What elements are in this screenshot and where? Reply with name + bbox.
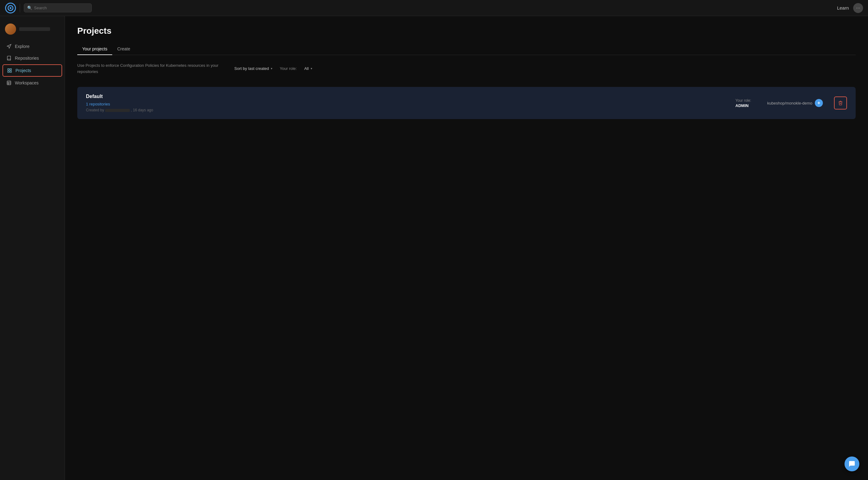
project-name: Default xyxy=(86,94,729,99)
sidebar-item-label: Projects xyxy=(16,68,31,73)
main-content: Projects Your projects Create Use Projec… xyxy=(65,16,868,480)
search-box[interactable]: 🔍 xyxy=(24,3,92,12)
delete-project-button[interactable] xyxy=(834,96,847,110)
svg-rect-6 xyxy=(8,71,9,72)
sort-dropdown[interactable]: Sort by last created ▾ xyxy=(232,65,275,72)
role-label: Your role: xyxy=(735,98,751,103)
sidebar-item-projects[interactable]: Projects xyxy=(2,64,62,77)
app-layout: Explore Repositories Projects xyxy=(0,16,868,480)
compass-icon xyxy=(6,43,12,49)
project-repos-link[interactable]: 1 repositories xyxy=(86,102,110,107)
sidebar-item-label: Explore xyxy=(15,44,29,49)
sidebar-item-label: Repositories xyxy=(15,56,39,61)
sidebar-item-workspaces[interactable]: Workspaces xyxy=(2,77,62,88)
svg-rect-5 xyxy=(10,69,11,70)
chat-button[interactable] xyxy=(844,456,859,471)
app-logo[interactable] xyxy=(5,2,16,13)
tabs: Your projects Create xyxy=(77,43,856,55)
svg-rect-7 xyxy=(10,71,11,72)
svg-point-2 xyxy=(9,7,11,9)
sidebar-username xyxy=(19,27,50,31)
svg-rect-8 xyxy=(7,81,11,85)
sort-label: Sort by last created xyxy=(234,66,269,71)
book-icon xyxy=(6,55,12,61)
role-value: ADMIN xyxy=(735,103,749,108)
project-repos-section: kubeshop/monokle-demo + xyxy=(767,99,823,107)
layout-icon xyxy=(6,80,12,86)
sidebar: Explore Repositories Projects xyxy=(0,16,65,480)
repo-name: kubeshop/monokle-demo xyxy=(767,101,812,106)
learn-link[interactable]: Learn xyxy=(837,5,849,10)
role-dropdown[interactable]: All ▾ xyxy=(302,65,314,72)
project-info: Default 1 repositories Created by , 16 d… xyxy=(86,94,729,112)
sidebar-nav: Explore Repositories Projects xyxy=(0,41,65,88)
avatar xyxy=(5,24,16,35)
projects-description: Use Projects to enforce Configuration Po… xyxy=(77,62,226,74)
project-created: Created by , 16 days ago xyxy=(86,108,729,112)
project-role: Your role: ADMIN xyxy=(735,98,751,108)
search-input[interactable] xyxy=(34,6,88,10)
chevron-down-icon: ▾ xyxy=(271,67,272,70)
page-title: Projects xyxy=(77,26,856,36)
sidebar-item-repositories[interactable]: Repositories xyxy=(2,53,62,64)
tab-create[interactable]: Create xyxy=(112,43,135,55)
add-repo-button[interactable]: + xyxy=(815,99,823,107)
role-filter-label: Your role: xyxy=(280,66,297,71)
created-by-label: Created by xyxy=(86,108,104,112)
project-created-user xyxy=(105,109,130,112)
navbar: 🔍 Learn ··· xyxy=(0,0,868,16)
sidebar-user xyxy=(0,21,65,41)
search-icon: 🔍 xyxy=(27,6,32,10)
role-value: All xyxy=(304,66,309,71)
sidebar-item-label: Workspaces xyxy=(15,81,39,85)
svg-rect-4 xyxy=(8,69,9,70)
chevron-down-icon: ▾ xyxy=(311,67,312,70)
user-menu-button[interactable]: ··· xyxy=(853,3,863,13)
navbar-divider xyxy=(20,4,20,12)
grid-icon xyxy=(7,68,12,73)
tab-your-projects[interactable]: Your projects xyxy=(77,43,112,55)
created-ago: , 16 days ago xyxy=(131,108,153,112)
filter-bar: Sort by last created ▾ Your role: All ▾ xyxy=(232,65,315,72)
project-card: Default 1 repositories Created by , 16 d… xyxy=(77,87,856,119)
toolbar-row: Use Projects to enforce Configuration Po… xyxy=(77,62,856,81)
svg-marker-3 xyxy=(7,44,11,48)
sidebar-item-explore[interactable]: Explore xyxy=(2,41,62,52)
